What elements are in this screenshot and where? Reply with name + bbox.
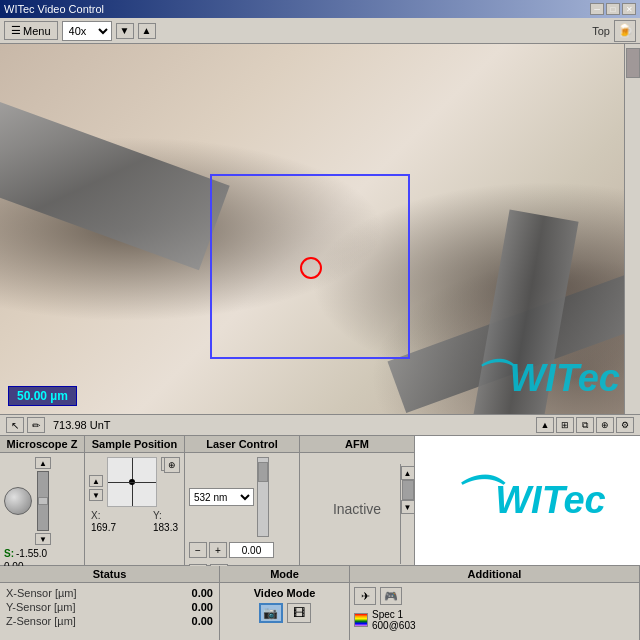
zoom-select[interactable]: 40x 10x 20x 60x 100x [62, 21, 112, 41]
bottom-panels-row: Status X-Sensor [µm] 0.00 Y-Sensor [µm] … [0, 566, 640, 640]
wavelength-select[interactable]: 532 nm 633 nm 785 nm [189, 488, 254, 506]
s-value: -1.55.0 [16, 548, 47, 559]
mode-icons-row: 📷 🎞 [259, 603, 311, 623]
mode-panel-header: Mode [220, 566, 349, 583]
spec-details: Spec 1 600@603 [372, 609, 416, 631]
afm-panel: AFM Inactive ▲ ▼ [300, 436, 415, 565]
maximize-button[interactable]: □ [606, 3, 620, 15]
y-sensor-label: Y-Sensor [µm] [6, 601, 76, 613]
grid-icon-btn[interactable]: ⊞ [556, 417, 574, 433]
target-icon-btn[interactable]: ⊕ [596, 417, 614, 433]
laser-plus-button[interactable]: + [209, 542, 227, 558]
measurement-bar: ↖ ✏ 713.98 UnT ▲ ⊞ ⧉ ⊕ ⚙ [0, 414, 640, 436]
x-value: 169.7 [91, 522, 116, 533]
laser-minus-button[interactable]: − [189, 542, 207, 558]
y-sensor-value: 0.00 [192, 601, 213, 613]
spec-info: Spec 1 600@603 [354, 609, 635, 631]
x-sensor-row: X-Sensor [µm] 0.00 [6, 587, 213, 599]
laser-scroll-thumb[interactable] [258, 462, 268, 482]
status-panel-header: Status [0, 566, 219, 583]
spec-color-bar [354, 613, 368, 627]
witec-text: WITec [510, 357, 621, 399]
z-down-button[interactable]: ▼ [35, 533, 51, 545]
afm-scroll-up[interactable]: ▲ [401, 466, 415, 480]
laser-control-content: 532 nm 633 nm 785 nm − + 0.00 🔒 ⚡ 459 nm [185, 453, 299, 584]
layers-icon-btn[interactable]: ⧉ [576, 417, 594, 433]
microscope-z-panel: Microscope Z ▲ ▼ S: -1.55.0 0.00 [0, 436, 85, 565]
afm-scroll-down[interactable]: ▼ [401, 500, 415, 514]
zoom-up-button[interactable]: ▲ [138, 23, 156, 39]
draw-mode-button[interactable]: ✏ [27, 417, 45, 433]
microscope-z-content: ▲ ▼ S: -1.55.0 0.00 [0, 453, 84, 576]
z-up-button[interactable]: ▲ [35, 457, 51, 469]
plane-icon-button[interactable]: ✈ [354, 587, 376, 605]
z-display: ▲ ▼ [4, 457, 80, 545]
microscope-z-header: Microscope Z [0, 436, 84, 453]
status-panel: Status X-Sensor [µm] 0.00 Y-Sensor [µm] … [0, 566, 220, 640]
scale-bar: 50.00 µm [8, 386, 77, 406]
settings-bar-btn[interactable]: ⚙ [616, 417, 634, 433]
sensor-rows: X-Sensor [µm] 0.00 Y-Sensor [µm] 0.00 Z-… [0, 583, 219, 631]
witec-logo-overlay: ⌒WITec [472, 353, 621, 404]
minimize-button[interactable]: ─ [590, 3, 604, 15]
sample-position-panel: Sample Position ⊕ ▲ ▼ ⚙ X: [85, 436, 185, 565]
cursor-mode-button[interactable]: ↖ [6, 417, 24, 433]
hamburger-icon: ☰ [11, 24, 21, 37]
s-label: S: [4, 548, 14, 559]
sample-up-button[interactable]: ▲ [89, 475, 103, 487]
scroll-thumb[interactable] [626, 48, 640, 78]
laser-scrollbar[interactable] [257, 457, 269, 537]
crosshair[interactable] [107, 457, 157, 507]
menu-button[interactable]: ☰ Menu [4, 21, 58, 40]
y-sensor-row: Y-Sensor [µm] 0.00 [6, 601, 213, 613]
laser-controls: − + 0.00 [189, 542, 295, 558]
triangle-icon-btn[interactable]: ▲ [536, 417, 554, 433]
gear-icon: 🍺 [617, 23, 633, 38]
x-sensor-value: 0.00 [192, 587, 213, 599]
z-sensor-label: Z-Sensor [µm] [6, 615, 76, 627]
z-slider[interactable] [37, 471, 49, 531]
title-bar: WITec Video Control ─ □ ✕ [0, 0, 640, 18]
sample-position-content: ⊕ ▲ ▼ ⚙ X: 169.7 Y: [85, 453, 184, 565]
zoom-down-button[interactable]: ▼ [116, 23, 134, 39]
witec-bracket: ⌒ [472, 357, 510, 399]
afm-status: Inactive [333, 501, 381, 517]
toolbar: ☰ Menu 40x 10x 20x 60x 100x ▼ ▲ Top 🍺 [0, 18, 640, 44]
witec-logo: ⌒ WITec [449, 467, 606, 534]
additional-icons: ✈ 🎮 [354, 587, 635, 605]
spec-range: 600@603 [372, 620, 416, 631]
mode-content: Video Mode 📷 🎞 [220, 583, 349, 627]
z-sensor-value: 0.00 [192, 615, 213, 627]
camera-mode-button[interactable]: 📷 [259, 603, 283, 623]
sample-down-button[interactable]: ▼ [89, 489, 103, 501]
additional-panel-header: Additional [350, 566, 639, 583]
position-values: X: 169.7 Y: 183.3 [89, 510, 180, 533]
close-button[interactable]: ✕ [622, 3, 636, 15]
film-mode-button[interactable]: 🎞 [287, 603, 311, 623]
afm-header: AFM [300, 436, 414, 453]
witec-arc: ⌒ [449, 467, 499, 534]
afm-content: Inactive [300, 453, 414, 565]
z-sphere [4, 487, 32, 515]
x-label: X: [91, 510, 116, 521]
gamepad-icon-button[interactable]: 🎮 [380, 587, 402, 605]
panels-row: Microscope Z ▲ ▼ S: -1.55.0 0.00 [0, 436, 640, 566]
x-sensor-label: X-Sensor [µm] [6, 587, 77, 599]
mode-panel: Mode Video Mode 📷 🎞 [220, 566, 350, 640]
microscope-scrollbar[interactable] [624, 44, 640, 414]
status-icons: ↖ ✏ [6, 417, 45, 433]
laser-value: 0.00 [229, 542, 274, 558]
target-circle[interactable] [300, 257, 322, 279]
app-title: WITec Video Control [4, 3, 104, 15]
menu-label: Menu [23, 25, 51, 37]
navigate-icon-button[interactable]: ⊕ [164, 457, 180, 473]
scale-bar-value: 50.00 µm [17, 389, 68, 403]
afm-scroll-thumb[interactable] [402, 480, 414, 500]
z-slider-thumb[interactable] [38, 497, 48, 505]
afm-scrollbar[interactable]: ▲ ▼ [400, 464, 414, 564]
sample-position-header: Sample Position [85, 436, 184, 453]
additional-content: ✈ 🎮 Spec 1 600@603 [350, 583, 639, 635]
toolbar-gear-button[interactable]: 🍺 [614, 20, 636, 42]
video-mode-label: Video Mode [254, 587, 316, 599]
measurement-value: 713.98 UnT [53, 419, 110, 431]
